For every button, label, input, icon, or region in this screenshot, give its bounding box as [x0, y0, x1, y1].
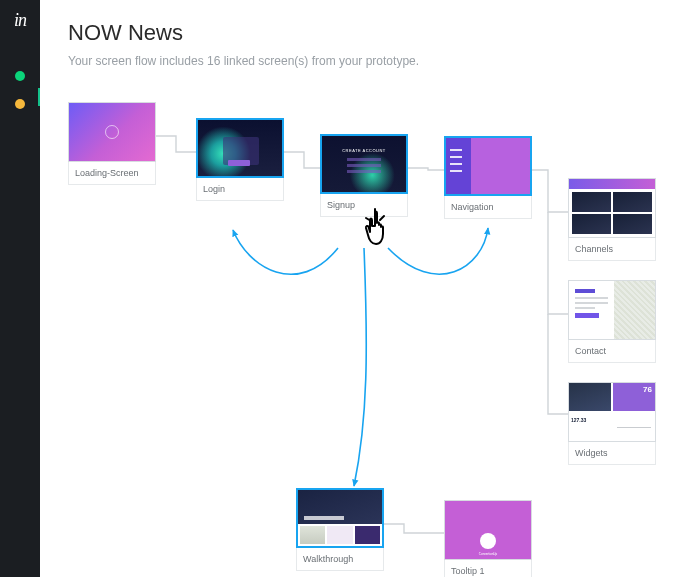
label-navigation: Navigation — [444, 196, 532, 219]
screen-login[interactable]: Login — [196, 118, 284, 201]
screen-tooltip[interactable]: ConvertionUp Tooltip 1 — [444, 500, 532, 577]
thumb-signup[interactable]: CREATE ACCOUNT — [320, 134, 408, 194]
thumb-login[interactable] — [196, 118, 284, 178]
page-subtitle: Your screen flow includes 16 linked scre… — [68, 54, 700, 68]
thumb-channels[interactable] — [568, 178, 656, 238]
thumb-loading[interactable] — [68, 102, 156, 162]
svg-line-0 — [366, 218, 371, 221]
widget-stat: 127.33 — [571, 417, 586, 423]
main-content: NOW News Your screen flow includes 16 li… — [40, 0, 700, 577]
widget-number: 76 — [613, 383, 655, 411]
screen-channels[interactable]: Channels — [568, 178, 656, 261]
flow-canvas[interactable]: Loading-Screen Login CREATE ACCOUNT Sign… — [68, 88, 700, 577]
screen-signup[interactable]: CREATE ACCOUNT Signup — [320, 134, 408, 217]
thumb-walkthrough[interactable] — [296, 488, 384, 548]
status-dots — [15, 71, 25, 109]
page-title: NOW News — [68, 20, 700, 46]
label-channels: Channels — [568, 238, 656, 261]
left-sidebar: in — [0, 0, 40, 577]
screen-loading[interactable]: Loading-Screen — [68, 102, 156, 185]
invision-logo[interactable]: in — [14, 10, 26, 31]
label-signup: Signup — [320, 194, 408, 217]
app-root: in NOW News Your screen flow includes 16… — [0, 0, 700, 577]
thumb-tooltip[interactable]: ConvertionUp — [444, 500, 532, 560]
signup-thumb-heading: CREATE ACCOUNT — [322, 148, 406, 153]
label-widgets: Widgets — [568, 442, 656, 465]
screen-walkthrough[interactable]: Walkthrough — [296, 488, 384, 571]
dot-orange[interactable] — [15, 99, 25, 109]
dot-green[interactable] — [15, 71, 25, 81]
thumb-navigation[interactable] — [444, 136, 532, 196]
screen-contact[interactable]: Contact — [568, 280, 656, 363]
tooltip-text: ConvertionUp — [445, 552, 531, 556]
thumb-contact[interactable] — [568, 280, 656, 340]
label-contact: Contact — [568, 340, 656, 363]
label-login: Login — [196, 178, 284, 201]
thumb-widgets[interactable]: 76 127.33 — [568, 382, 656, 442]
screen-navigation[interactable]: Navigation — [444, 136, 532, 219]
label-tooltip: Tooltip 1 — [444, 560, 532, 577]
label-walkthrough: Walkthrough — [296, 548, 384, 571]
screen-widgets[interactable]: 76 127.33 Widgets — [568, 382, 656, 465]
label-loading: Loading-Screen — [68, 162, 156, 185]
